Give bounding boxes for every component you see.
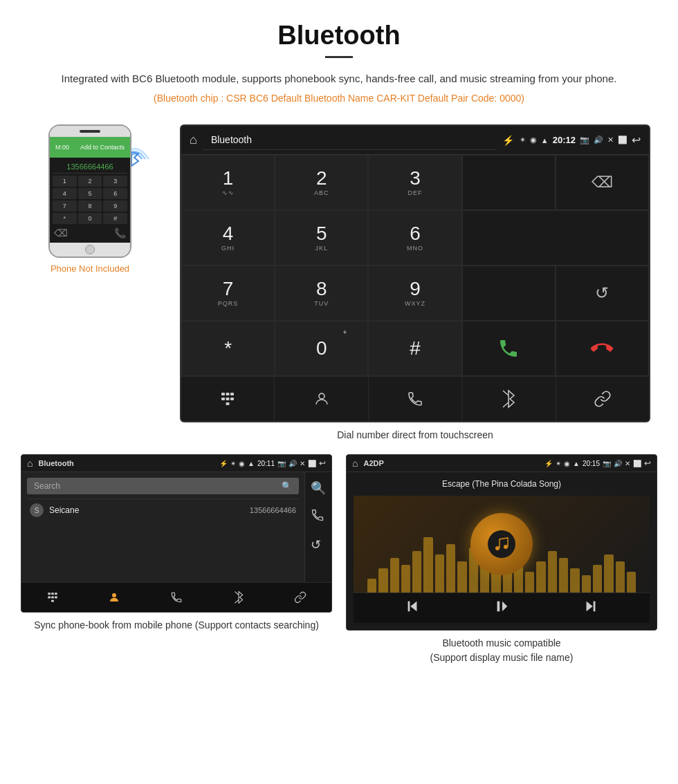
end-phone-icon: [591, 337, 613, 360]
svg-line-20: [235, 592, 239, 595]
phone-mini-dialpad: 1 2 3 4 5 6 7 8 9 * 0 #: [53, 176, 127, 224]
dial-key-2[interactable]: 2 ABC: [275, 155, 368, 210]
dial-key-0[interactable]: 0 +: [275, 321, 368, 376]
dial-key-9[interactable]: 9 WXYZ: [368, 265, 461, 321]
svg-rect-29: [594, 601, 596, 612]
svg-rect-26: [497, 601, 500, 612]
mus-home-icon[interactable]: ⌂: [352, 458, 358, 469]
window-status-icon[interactable]: ⬜: [618, 136, 627, 144]
svg-rect-12: [48, 592, 51, 595]
music-status-bar: ⌂ A2DP ⚡ ✴ ◉ ▲ 20:15 📷 🔊 ✕ ⬜ ↩: [347, 455, 657, 472]
pb-btn-dialpad[interactable]: [21, 587, 84, 608]
svg-rect-6: [226, 398, 230, 400]
pb-bt-icon: ✴: [230, 460, 236, 467]
dial-key-1[interactable]: 1 ∿∿: [181, 155, 275, 210]
bottom-btn-phone[interactable]: [369, 377, 462, 421]
phone-not-included-label: Phone Not Included: [51, 263, 129, 274]
mus-close-icon[interactable]: ✕: [625, 460, 630, 467]
dialpad-grid: 1 ∿∿ 2 ABC 3 DEF ⌫ 4: [181, 155, 649, 376]
display-area-top: [462, 155, 556, 210]
search-placeholder: Search: [34, 481, 60, 491]
pb-home-icon[interactable]: ⌂: [27, 458, 33, 469]
bottom-btn-contacts[interactable]: [275, 377, 368, 421]
prev-btn[interactable]: [405, 599, 420, 617]
pb-status-time: 20:11: [257, 460, 275, 467]
status-time: 20:12: [553, 135, 576, 145]
page-title: Bluetooth: [42, 21, 636, 50]
phone-illustration: M:00 Add to Contacts 13566664466 1 2 3 4…: [48, 124, 131, 258]
bottom-btn-link[interactable]: [556, 377, 649, 421]
phone-top-bar: M:00 Add to Contacts: [50, 137, 130, 158]
pb-btn-link[interactable]: [269, 587, 331, 608]
phonebook-status-bar: ⌂ Bluetooth ⚡ ✴ ◉ ▲ 20:11 📷 🔊 ✕ ⬜ ↩: [21, 455, 331, 472]
back-status-icon[interactable]: ↩: [632, 133, 641, 147]
pb-win-icon[interactable]: ⬜: [308, 460, 316, 467]
mus-screen-title: A2DP: [363, 459, 542, 467]
pb-back-icon[interactable]: ↩: [319, 458, 326, 468]
volume-status-icon: 🔊: [594, 136, 603, 144]
dial-caption: Dial number direct from touchscreen: [337, 429, 493, 440]
svg-marker-28: [587, 601, 593, 612]
pb-btn-contacts[interactable]: [84, 587, 146, 608]
bottom-bar: [181, 376, 649, 421]
location-status-icon: ◉: [530, 136, 537, 144]
search-bar[interactable]: Search 🔍: [27, 478, 299, 494]
answer-phone-icon: [497, 337, 520, 360]
music-block: ⌂ A2DP ⚡ ✴ ◉ ▲ 20:15 📷 🔊 ✕ ⬜ ↩ Escape (T…: [346, 454, 657, 665]
next-btn[interactable]: [583, 599, 598, 617]
dial-key-hash[interactable]: #: [368, 321, 461, 376]
dial-key-star[interactable]: *: [181, 321, 275, 376]
camera-status-icon: 📷: [580, 136, 589, 144]
mus-status-time: 20:15: [583, 460, 600, 467]
svg-point-22: [495, 546, 500, 550]
dial-key-8[interactable]: 8 TUV: [275, 265, 368, 321]
lower-screenshots: ⌂ Bluetooth ⚡ ✴ ◉ ▲ 20:11 📷 🔊 ✕ ⬜ ↩ Sear…: [0, 440, 678, 665]
dial-key-7[interactable]: 7 PQRS: [181, 265, 275, 321]
search-icon: 🔍: [282, 481, 292, 491]
home-icon[interactable]: ⌂: [190, 133, 197, 147]
dial-key-4[interactable]: 4 GHI: [181, 210, 275, 265]
answer-call-key[interactable]: [462, 321, 556, 376]
pb-btn-phone[interactable]: [145, 587, 208, 608]
redial-key[interactable]: ↺: [556, 265, 649, 321]
pb-sig-icon: ▲: [248, 460, 255, 467]
pb-right-call-icon[interactable]: [311, 508, 326, 525]
phone-screen-content: 13566664466 1 2 3 4 5 6 7 8 9 * 0: [50, 158, 130, 243]
mus-cam-icon: 📷: [603, 460, 611, 467]
song-title: Escape (The Pina Colada Song): [442, 479, 561, 489]
dialpad-icon: [219, 391, 236, 407]
close-status-icon[interactable]: ✕: [607, 136, 614, 144]
contacts-icon: [313, 391, 330, 407]
phonebook-list: Search 🔍 S Seicane 13566664466: [21, 472, 304, 582]
pb-right-search-icon[interactable]: 🔍: [311, 480, 326, 496]
pb-right-refresh-icon[interactable]: ↺: [311, 537, 326, 552]
end-call-key[interactable]: [556, 321, 649, 376]
link-icon: [594, 390, 612, 408]
phonebook-content-area: Search 🔍 S Seicane 13566664466 🔍: [21, 472, 331, 582]
pb-close-icon[interactable]: ✕: [300, 460, 305, 467]
phone-home-button[interactable]: [85, 245, 95, 254]
car-unit-section: ⌂ Bluetooth ⚡ ✴ ◉ ▲ 20:12 📷 🔊 ✕ ⬜ ↩: [173, 124, 657, 440]
dial-key-5[interactable]: 5 JKL: [275, 210, 368, 265]
svg-rect-13: [51, 592, 54, 595]
bottom-btn-dialpad[interactable]: [181, 377, 275, 421]
delete-key[interactable]: ⌫: [556, 155, 649, 210]
car-screen: ⌂ Bluetooth ⚡ ✴ ◉ ▲ 20:12 📷 🔊 ✕ ⬜ ↩: [180, 124, 650, 422]
page-description: Integrated with BC6 Bluetooth module, su…: [42, 71, 636, 87]
mus-back-icon[interactable]: ↩: [644, 458, 651, 468]
phone-section: M:00 Add to Contacts 13566664466 1 2 3 4…: [21, 124, 159, 274]
svg-rect-14: [55, 592, 57, 595]
dial-key-3[interactable]: 3 DEF: [368, 155, 461, 210]
bluetooth-icon: [502, 389, 515, 409]
usb-icon: ⚡: [502, 135, 514, 146]
bottom-btn-bluetooth[interactable]: [462, 377, 556, 421]
album-art: [470, 513, 533, 575]
dial-key-6[interactable]: 6 MNO: [368, 210, 461, 265]
mus-win-icon[interactable]: ⬜: [633, 460, 641, 467]
contact-row[interactable]: S Seicane 13566664466: [27, 498, 299, 521]
svg-rect-3: [226, 393, 230, 395]
play-pause-btn[interactable]: [494, 599, 509, 617]
svg-rect-17: [55, 597, 57, 599]
svg-line-21: [235, 600, 239, 604]
pb-btn-bluetooth[interactable]: [208, 587, 270, 608]
